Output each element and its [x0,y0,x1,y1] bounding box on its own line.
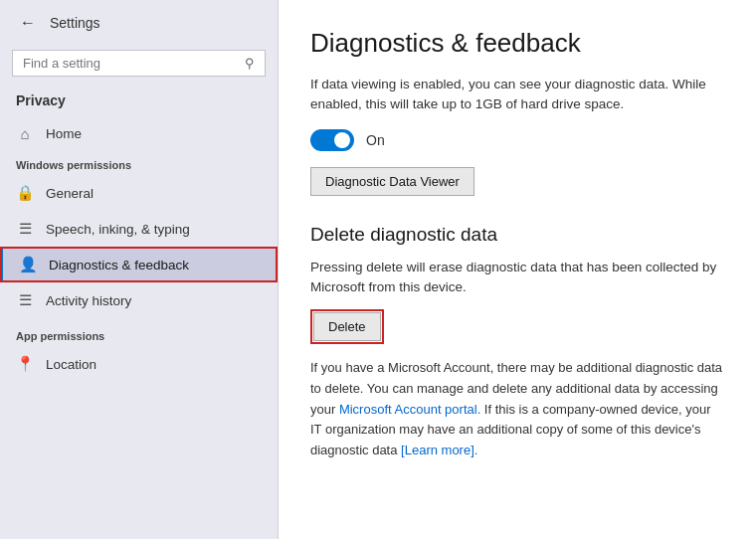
search-input[interactable] [23,56,239,71]
location-icon: 📍 [16,355,34,373]
additional-info: If you have a Microsoft Account, there m… [310,358,724,461]
delete-button[interactable]: Delete [313,312,381,341]
sidebar-item-label-general: General [46,186,94,201]
learn-more-link[interactable]: [Learn more]. [401,443,477,457]
diagnostic-data-viewer-button[interactable]: Diagnostic Data Viewer [310,167,474,196]
sidebar-item-label-location: Location [46,357,96,372]
microsoft-account-portal-link[interactable]: Microsoft Account portal. [339,402,480,417]
sidebar-item-label-diagnostics: Diagnostics & feedback [49,258,189,272]
sidebar-item-speech[interactable]: ☰ Speech, inking, & typing [0,211,278,247]
search-box[interactable]: ⚲ [12,50,266,77]
sidebar-item-general[interactable]: 🔒 General [0,175,278,211]
sidebar-item-location[interactable]: 📍 Location [0,346,278,382]
search-icon: ⚲ [245,56,255,71]
sidebar-item-activity[interactable]: ☰ Activity history [0,282,278,318]
diagnostics-icon: 👤 [19,256,37,273]
toggle-label: On [366,132,385,148]
activity-icon: ☰ [16,291,34,309]
toggle-row: On [310,129,724,151]
sidebar: ← Settings ⚲ Privacy ⌂ Home Windows perm… [0,0,279,539]
privacy-section-label: Privacy [0,89,278,116]
page-title: Diagnostics & feedback [310,28,724,59]
lock-icon: 🔒 [16,184,34,202]
sidebar-item-label-speech: Speech, inking, & typing [46,222,190,237]
delete-button-wrapper: Delete [310,309,384,344]
home-icon: ⌂ [16,125,34,142]
back-button[interactable]: ← [16,12,40,34]
app-permissions-label: App permissions [0,322,278,346]
sidebar-header: ← Settings [0,0,278,46]
data-viewing-toggle[interactable] [310,129,354,151]
data-viewing-description: If data viewing is enabled, you can see … [310,75,724,115]
sidebar-item-home[interactable]: ⌂ Home [0,116,278,151]
main-content: Diagnostics & feedback If data viewing i… [279,0,756,539]
delete-description: Pressing delete will erase diagnostic da… [310,258,724,298]
sidebar-title: Settings [50,15,100,31]
sidebar-item-label-home: Home [46,126,82,141]
sidebar-item-label-activity: Activity history [46,293,131,308]
delete-section-title: Delete diagnostic data [310,224,724,246]
sidebar-item-diagnostics[interactable]: 👤 Diagnostics & feedback [0,247,278,282]
windows-permissions-label: Windows permissions [0,151,278,175]
speech-icon: ☰ [16,220,34,238]
